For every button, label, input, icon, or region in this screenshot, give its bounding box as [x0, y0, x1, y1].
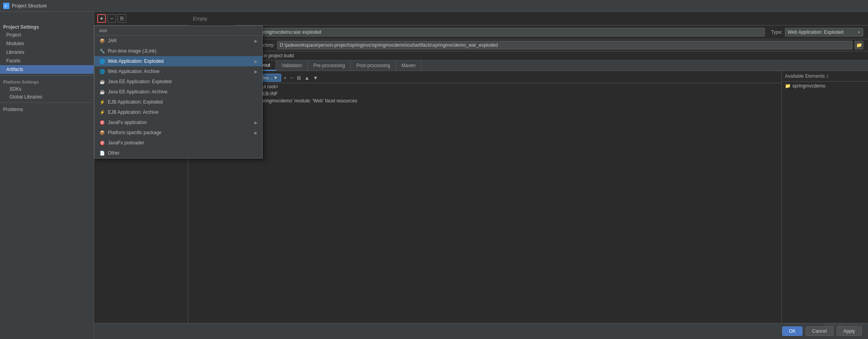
name-input[interactable] — [256, 28, 764, 36]
copy-button[interactable]: ⎘ — [118, 14, 126, 23]
nav-forward[interactable]: → — [10, 14, 16, 20]
sidebar-item-artifacts[interactable]: Artifacts — [0, 65, 94, 74]
sidebar-item-problems[interactable]: Problems — [0, 104, 94, 115]
ok-button[interactable]: OK — [782, 326, 802, 336]
sidebar-item-libraries[interactable]: Libraries — [0, 48, 94, 56]
dropdown-item-java-ee-archive[interactable]: ☕ Java EE Application: Archive — [94, 87, 262, 97]
sidebar-item-label-sdks: SDKs — [9, 86, 22, 92]
jar-icon: 📦 — [99, 38, 105, 44]
web-archive-arrow: ▶ — [254, 69, 258, 74]
type-select[interactable]: Web Application: Exploded — [785, 28, 863, 36]
web-exploded-icon: 🌐 — [99, 58, 105, 64]
main-container: ← → Project Settings Project Modules Lib… — [0, 12, 868, 339]
sidebar-item-modules[interactable]: Modules — [0, 39, 94, 48]
java-ee-archive-label: Java EE Application: Archive — [108, 89, 258, 95]
runtime-icon: 🔧 — [99, 48, 105, 54]
platform-package-icon: 📦 — [99, 129, 105, 136]
available-elements-info-icon: ℹ — [826, 73, 828, 79]
web-archive-label: Web Application: Archive — [108, 69, 252, 74]
sidebar-item-global-libraries[interactable]: Global Libraries — [0, 93, 94, 101]
tab-post-processing[interactable]: Post-processing — [351, 61, 396, 70]
tabs-row: Output Layout Validation Pre-processing … — [235, 60, 868, 71]
springmvcdemo-resources-label: 'springmvcdemo' module: 'Web' facet reso… — [258, 98, 357, 104]
sidebar: ← → Project Settings Project Modules Lib… — [0, 12, 94, 339]
remove-button[interactable]: − — [107, 14, 116, 23]
java-ee-exploded-label: Java EE Application: Exploded — [108, 79, 258, 84]
output-tree-pane: From Modules... ▼ + − ⊞ ▲ ▼ ▶ ⚙ — [235, 71, 782, 329]
javafx-arrow: ▶ — [254, 120, 258, 125]
sidebar-item-sdks[interactable]: SDKs — [0, 85, 94, 93]
other-label: Other — [108, 150, 258, 156]
tree-add-button[interactable]: + — [282, 75, 288, 81]
include-row: Include in project build — [235, 51, 868, 60]
dropdown-item-javafx[interactable]: 🎯 JavaFx application ▶ — [94, 117, 262, 128]
window-title: Project Structure — [12, 3, 47, 9]
output-layout-area: From Modules... ▼ + − ⊞ ▲ ▼ ▶ ⚙ — [235, 71, 868, 329]
artifacts-pane: Add 📦 JAR ▶ 🔧 Run-time image (JLink) 🌐 W… — [94, 26, 188, 339]
javafx-label: JavaFx application — [108, 120, 252, 125]
other-icon: 📄 — [99, 150, 105, 156]
dropdown-item-java-ee-exploded[interactable]: ☕ Java EE Application: Exploded — [94, 77, 262, 87]
javafx-icon: 🎯 — [99, 119, 105, 126]
jar-arrow: ▶ — [254, 39, 258, 43]
ejb-archive-label: EJB Application: Archive — [108, 109, 258, 115]
platform-package-label: Platform specific package — [108, 130, 252, 135]
ejb-archive-icon: ⚡ — [99, 109, 105, 115]
detail-header: Name: Type: Web Application: Exploded ▼ — [235, 26, 868, 39]
tree-toolbar: From Modules... ▼ + − ⊞ ▲ ▼ — [235, 73, 781, 83]
dropdown-item-runtime-image[interactable]: 🔧 Run-time image (JLink) — [94, 46, 262, 56]
dropdown-item-javafx-preloader[interactable]: 🎯 JavaFx preloader — [94, 138, 262, 148]
sidebar-item-label-libraries: Libraries — [6, 49, 24, 55]
tree-remove-button[interactable]: − — [289, 75, 294, 81]
dropdown-item-jar[interactable]: 📦 JAR ▶ — [94, 36, 262, 46]
sidebar-divider-2 — [0, 102, 94, 103]
available-elements-header: Available Elements ℹ — [782, 71, 868, 82]
folder-browse-button[interactable]: 📁 — [855, 41, 863, 49]
sidebar-item-label-modules: Modules — [6, 41, 24, 46]
add-button[interactable]: + — [97, 14, 106, 23]
output-dir-input[interactable] — [277, 41, 852, 49]
web-archive-icon: 🌐 — [99, 68, 105, 75]
title-bar: P Project Structure — [0, 0, 868, 12]
sidebar-divider — [0, 75, 94, 76]
dropdown-item-web-archive[interactable]: 🌐 Web Application: Archive ▶ — [94, 66, 262, 77]
web-exploded-arrow: ▶ — [254, 59, 258, 64]
runtime-label: Run-time image (JLink) — [108, 48, 258, 54]
tree-item-springmvcdemo-resources[interactable]: 🔗 'springmvcdemo' module: 'Web' facet re… — [235, 97, 781, 104]
tab-validation[interactable]: Validation — [276, 61, 308, 70]
tree-move-down-button[interactable]: ▼ — [312, 75, 319, 81]
available-elements-label: Available Elements — [785, 73, 825, 79]
tree-item-web-inf[interactable]: ▶ 📁 WEB-INF — [235, 90, 781, 97]
dropdown-item-other[interactable]: 📄 Other — [94, 148, 262, 158]
dialog-footer: OK Cancel Apply — [94, 323, 868, 339]
available-item-springmvcdemo-icon: 📁 — [785, 83, 791, 89]
sidebar-item-facets[interactable]: Facets — [0, 56, 94, 65]
dropdown-item-web-exploded[interactable]: 🌐 Web Application: Exploded ▶ — [94, 56, 262, 66]
detail-pane: Name: Type: Web Application: Exploded ▼ — [235, 26, 868, 339]
tree-sort-button[interactable]: ⊞ — [296, 75, 302, 81]
dropdown-item-ejb-archive[interactable]: ⚡ EJB Application: Archive — [94, 107, 262, 117]
ejb-exploded-icon: ⚡ — [99, 99, 105, 105]
output-dir-row: Output directory: 📁 — [235, 39, 868, 51]
dropdown-item-ejb-exploded[interactable]: ⚡ EJB Application: Exploded — [94, 97, 262, 107]
javafx-preloader-icon: 🎯 — [99, 140, 105, 146]
sidebar-item-label-problems: Problems — [3, 107, 23, 112]
name-field-row: Name: — [240, 28, 765, 36]
tree-item-output-root[interactable]: ▶ ⚙ <output root> — [235, 83, 781, 90]
sidebar-item-project[interactable]: Project — [0, 31, 94, 39]
split-pane: Add 📦 JAR ▶ 🔧 Run-time image (JLink) 🌐 W… — [94, 26, 868, 339]
project-settings-section: Project Settings — [0, 23, 94, 31]
tab-maven[interactable]: Maven — [396, 61, 421, 70]
type-select-wrapper: Web Application: Exploded ▼ — [785, 28, 863, 36]
dropdown-item-platform-package[interactable]: 📦 Platform specific package ▶ — [94, 128, 262, 138]
tab-pre-processing[interactable]: Pre-processing — [308, 61, 351, 70]
available-item-springmvcdemo[interactable]: 📁 springmvcdemo — [782, 82, 868, 90]
java-ee-exploded-icon: ☕ — [99, 78, 105, 85]
sidebar-item-label-facets: Facets — [6, 58, 20, 64]
from-modules-dropdown-icon: ▼ — [273, 75, 278, 80]
sidebar-item-label-project: Project — [6, 32, 21, 38]
nav-back[interactable]: ← — [3, 14, 9, 20]
sidebar-item-label-global-libraries: Global Libraries — [9, 94, 42, 100]
svg-text:P: P — [5, 4, 7, 8]
tree-move-up-button[interactable]: ▲ — [303, 75, 311, 81]
